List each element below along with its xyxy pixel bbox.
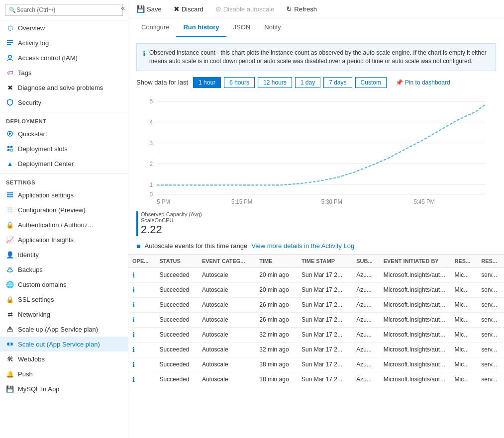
svg-rect-11 bbox=[7, 194, 13, 195]
row-res1: Mic... bbox=[450, 342, 477, 357]
row-sub: Azu... bbox=[352, 297, 379, 312]
time-filter-bar: Show data for last 1 hour 6 hours 12 hou… bbox=[128, 75, 504, 92]
refresh-icon: ↻ bbox=[286, 5, 292, 13]
sidebar-item-label: Activity log bbox=[18, 39, 49, 47]
table-row[interactable]: ℹ Succeeded Autoscale 20 min ago Sun Mar… bbox=[128, 282, 504, 297]
tab-configure[interactable]: Configure bbox=[134, 18, 176, 37]
events-info-icon: ■ bbox=[136, 242, 140, 250]
sidebar-item-configuration[interactable]: ☷ Configuration (Preview) bbox=[0, 202, 128, 217]
deployment-section-label: Deployment bbox=[0, 112, 128, 126]
row-icon-cell: ℹ bbox=[128, 327, 155, 342]
sidebar-item-deployment-center[interactable]: ▲ Deployment Center bbox=[0, 156, 128, 171]
sidebar-item-mysql[interactable]: 💾 MySQL In App bbox=[0, 381, 128, 396]
refresh-label: Refresh bbox=[294, 5, 317, 13]
autoscale-events-header: ■ Autoscale events for this time range V… bbox=[128, 238, 504, 254]
row-sub: Azu... bbox=[352, 312, 379, 327]
pin-dashboard-button[interactable]: 📌 Pin to dashboard bbox=[396, 79, 450, 86]
backups-icon bbox=[6, 265, 14, 273]
sidebar-item-app-settings[interactable]: Application settings bbox=[0, 187, 128, 202]
time-btn-custom[interactable]: Custom bbox=[355, 77, 387, 88]
sidebar-item-scale-up[interactable]: Scale up (App Service plan) bbox=[0, 322, 128, 337]
refresh-button[interactable]: ↻ Refresh bbox=[284, 4, 319, 14]
row-initiated: Microsoft.Insights/autoscale... bbox=[380, 372, 451, 387]
table-row[interactable]: ℹ Succeeded Autoscale 38 min ago Sun Mar… bbox=[128, 372, 504, 387]
sidebar-item-label: Deployment Center bbox=[18, 160, 74, 168]
sidebar-item-diagnose[interactable]: ✖ Diagnose and solve problems bbox=[0, 80, 128, 95]
sidebar-item-quickstart[interactable]: Quickstart bbox=[0, 126, 128, 141]
tab-run-history[interactable]: Run history bbox=[176, 18, 226, 37]
tab-json[interactable]: JSON bbox=[226, 18, 258, 37]
sidebar-item-security[interactable]: Security bbox=[0, 95, 128, 110]
row-time: 20 min ago bbox=[255, 267, 298, 282]
search-input[interactable] bbox=[5, 4, 123, 16]
svg-text:5: 5 bbox=[150, 98, 153, 104]
time-btn-12hours[interactable]: 12 hours bbox=[258, 77, 292, 88]
time-btn-6hours[interactable]: 6 hours bbox=[224, 77, 255, 88]
row-timestamp: Sun Mar 17 2... bbox=[298, 312, 352, 327]
row-res1: Mic... bbox=[450, 282, 477, 297]
tab-notify[interactable]: Notify bbox=[257, 18, 288, 37]
sidebar-item-activity-log[interactable]: Activity log bbox=[0, 35, 128, 50]
svg-rect-8 bbox=[7, 149, 9, 151]
sidebar-item-custom-domains[interactable]: 🌐 Custom domains bbox=[0, 277, 128, 292]
row-res2: serv... bbox=[477, 342, 504, 357]
sidebar-item-push[interactable]: 🔔 Push bbox=[0, 366, 128, 381]
svg-rect-13 bbox=[7, 330, 12, 332]
row-initiated: Microsoft.Insights/autoscale... bbox=[380, 357, 451, 372]
sidebar-item-overview[interactable]: ⬡ Overview bbox=[0, 20, 128, 35]
legend-box: Observed Capacity (Avg) ScaleOnCPU 2.22 bbox=[136, 211, 202, 236]
sidebar-item-tags[interactable]: 🏷 Tags bbox=[0, 65, 128, 80]
table-row[interactable]: ℹ Succeeded Autoscale 26 min ago Sun Mar… bbox=[128, 297, 504, 312]
legend-value: 2.22 bbox=[141, 223, 202, 236]
time-btn-1day[interactable]: 1 day bbox=[295, 77, 320, 88]
sidebar-item-networking[interactable]: ⇄ Networking bbox=[0, 307, 128, 322]
row-timestamp: Sun Mar 17 2... bbox=[298, 282, 352, 297]
diagnose-icon: ✖ bbox=[6, 84, 14, 91]
info-box: ℹ Observed instance count - this chart p… bbox=[136, 43, 496, 71]
sidebar-item-access-control[interactable]: Access control (IAM) bbox=[0, 50, 128, 65]
row-category: Autoscale bbox=[198, 372, 255, 387]
sidebar-item-identity[interactable]: 👤 Identity bbox=[0, 247, 128, 262]
row-res2: serv... bbox=[477, 267, 504, 282]
time-btn-1hour[interactable]: 1 hour bbox=[193, 77, 221, 88]
row-timestamp: Sun Mar 17 2... bbox=[298, 267, 352, 282]
sidebar-item-app-insights[interactable]: 📈 Application Insights bbox=[0, 232, 128, 247]
sidebar-item-ssl-settings[interactable]: 🔒 SSL settings bbox=[0, 292, 128, 307]
table-row[interactable]: ℹ Succeeded Autoscale 32 min ago Sun Mar… bbox=[128, 327, 504, 342]
row-res2: serv... bbox=[477, 312, 504, 327]
sidebar-item-label: Diagnose and solve problems bbox=[18, 84, 103, 91]
sidebar-item-deployment-slots[interactable]: Deployment slots bbox=[0, 141, 128, 156]
push-icon: 🔔 bbox=[6, 370, 14, 378]
discard-icon: ✖ bbox=[174, 5, 180, 13]
overview-icon: ⬡ bbox=[6, 24, 14, 32]
svg-text:0: 0 bbox=[150, 191, 153, 197]
tab-bar: Configure Run history JSON Notify bbox=[128, 18, 504, 37]
time-filter-label: Show data for last bbox=[136, 79, 188, 86]
row-res2: serv... bbox=[477, 357, 504, 372]
sidebar-item-auth[interactable]: 🔒 Authentication / Authoriz... bbox=[0, 217, 128, 232]
save-button[interactable]: 💾 Save bbox=[134, 4, 164, 14]
disable-autoscale-button[interactable]: ⊘ Disable autoscale bbox=[213, 4, 277, 14]
svg-rect-7 bbox=[10, 146, 12, 148]
discard-button[interactable]: ✖ Discard bbox=[172, 4, 205, 14]
sidebar-item-backups[interactable]: Backups bbox=[0, 262, 128, 277]
chart-area: 5 4 3 2 1 0 5 PM 5:15 PM 5:30 PM 5:45 PM bbox=[136, 96, 496, 205]
svg-rect-2 bbox=[7, 44, 11, 45]
col-header-res2: RES... bbox=[477, 254, 504, 267]
row-icon-cell: ℹ bbox=[128, 372, 155, 387]
table-row[interactable]: ℹ Succeeded Autoscale 26 min ago Sun Mar… bbox=[128, 312, 504, 327]
table-row[interactable]: ℹ Succeeded Autoscale 20 min ago Sun Mar… bbox=[128, 267, 504, 282]
row-timestamp: Sun Mar 17 2... bbox=[298, 297, 352, 312]
sidebar-item-scale-out[interactable]: Scale out (App Service plan) bbox=[0, 337, 128, 351]
table-row[interactable]: ℹ Succeeded Autoscale 38 min ago Sun Mar… bbox=[128, 357, 504, 372]
row-icon-cell: ℹ bbox=[128, 282, 155, 297]
sidebar-item-webjobs[interactable]: 🛠 WebJobs bbox=[0, 351, 128, 366]
row-status: Succeeded bbox=[155, 267, 198, 282]
collapse-sidebar-button[interactable]: « bbox=[118, 0, 128, 16]
row-res1: Mic... bbox=[450, 297, 477, 312]
col-header-category: EVENT CATEG... bbox=[198, 254, 255, 267]
activity-log-link[interactable]: View more details in the Activity Log bbox=[251, 242, 354, 250]
row-timestamp: Sun Mar 17 2... bbox=[298, 327, 352, 342]
time-btn-7days[interactable]: 7 days bbox=[323, 77, 352, 88]
table-row[interactable]: ℹ Succeeded Autoscale 32 min ago Sun Mar… bbox=[128, 342, 504, 357]
